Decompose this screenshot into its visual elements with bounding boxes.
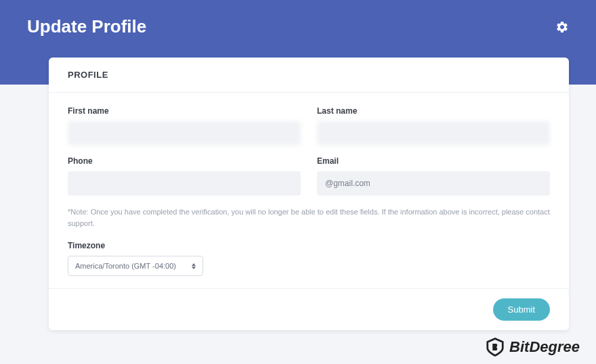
- page-title: Update Profile: [27, 16, 146, 37]
- last-name-input[interactable]: [317, 121, 550, 145]
- select-chevrons-icon: [192, 263, 196, 269]
- card-footer: Submit: [49, 288, 569, 330]
- bitdegree-logo-icon: [485, 337, 505, 357]
- phone-label: Phone: [68, 156, 301, 166]
- last-name-label: Last name: [317, 106, 550, 116]
- field-email: Email: [317, 156, 550, 196]
- watermark-text: BitDegree: [509, 338, 580, 356]
- field-last-name: Last name: [317, 106, 550, 145]
- timezone-label: Timezone: [68, 241, 550, 250]
- timezone-value: America/Toronto (GMT -04:00): [75, 262, 176, 270]
- row-name: First name Last name: [68, 106, 550, 145]
- watermark: BitDegree: [485, 337, 580, 357]
- card-header: PROFILE: [49, 58, 569, 93]
- row-contact: Phone Email: [68, 156, 550, 196]
- phone-input[interactable]: [68, 171, 301, 196]
- section-title: PROFILE: [68, 70, 550, 80]
- timezone-select[interactable]: America/Toronto (GMT -04:00): [68, 256, 203, 276]
- email-label: Email: [317, 156, 550, 166]
- gear-icon[interactable]: [555, 20, 569, 34]
- field-phone: Phone: [68, 156, 301, 196]
- field-timezone: Timezone America/Toronto (GMT -04:00): [68, 241, 550, 276]
- profile-card: PROFILE First name Last name Phone Email…: [49, 58, 569, 330]
- first-name-input[interactable]: [68, 121, 301, 145]
- email-input[interactable]: [317, 171, 550, 196]
- card-body: First name Last name Phone Email *Note: …: [49, 93, 569, 288]
- verification-note: *Note: Once you have completed the verif…: [68, 206, 550, 229]
- submit-button[interactable]: Submit: [493, 298, 550, 321]
- first-name-label: First name: [68, 106, 301, 116]
- field-first-name: First name: [68, 106, 301, 145]
